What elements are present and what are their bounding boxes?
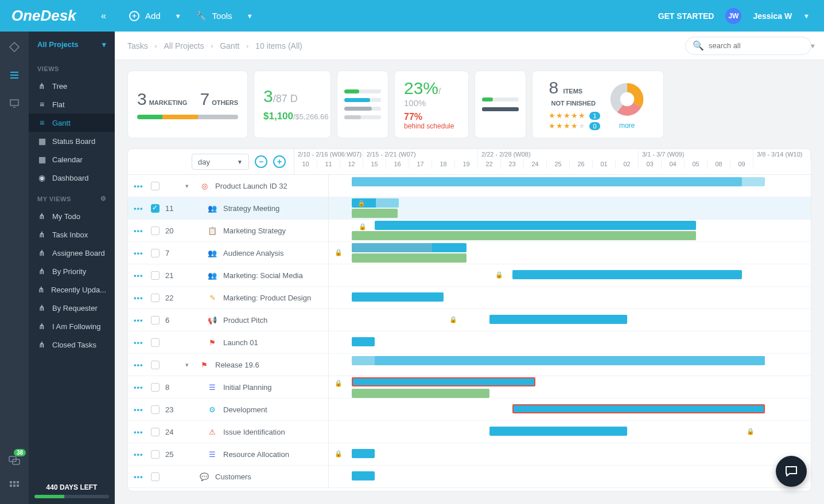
chevron-down-icon[interactable]: ▼ — [810, 42, 816, 49]
row-menu-btn[interactable]: ••• — [134, 338, 145, 347]
gantt-row[interactable]: ••• ⚑ Launch 01 — [128, 331, 811, 354]
row-menu-btn[interactable]: ••• — [134, 428, 145, 436]
gantt-bar[interactable] — [489, 427, 627, 436]
project-selector[interactable]: All Projects ▾ — [29, 32, 115, 57]
zoom-out-btn[interactable]: − — [255, 155, 267, 168]
row-checkbox[interactable] — [151, 428, 160, 436]
gantt-row[interactable]: ••• 22 ✎ Marketing: Product Design — [128, 287, 811, 309]
sidebar-item-recently-upda---[interactable]: ⋔Recently Upda... — [29, 280, 115, 299]
sidebar-item-gantt[interactable]: ≡Gantt — [29, 114, 115, 132]
sidebar-collapse-btn[interactable]: « — [101, 11, 106, 21]
row-checkbox[interactable] — [151, 204, 160, 213]
row-checkbox[interactable] — [151, 182, 160, 190]
sidebar-item-task-inbox[interactable]: ⋔Task Inbox — [29, 225, 115, 244]
row-menu-btn[interactable]: ••• — [134, 405, 145, 414]
row-checkbox[interactable] — [151, 383, 160, 392]
sidebar-item-assignee-board[interactable]: ⋔Assignee Board — [29, 244, 115, 262]
gantt-row[interactable]: ••• 7 👥 Audience Analysis🔒 — [128, 242, 811, 264]
expand-toggle[interactable]: ▾ — [185, 182, 193, 190]
sidebar-item-by-priority[interactable]: ⋔By Priority — [29, 262, 115, 280]
gantt-bar[interactable] — [352, 377, 535, 386]
gantt-bar[interactable] — [352, 389, 489, 398]
row-menu-btn[interactable]: ••• — [134, 472, 145, 481]
gantt-bar[interactable] — [512, 404, 765, 413]
gantt-bar[interactable] — [352, 292, 444, 302]
row-checkbox[interactable] — [151, 294, 160, 302]
gantt-bar[interactable] — [352, 253, 467, 263]
sidebar-item-closed-tasks[interactable]: ⋔Closed Tasks — [29, 335, 115, 354]
gantt-bar[interactable] — [352, 471, 375, 480]
gantt-row[interactable]: ••• 24 ⚠ Issue Identification🔒 — [128, 421, 811, 443]
gantt-row[interactable]: ••• ▾ ⚑ Release 19.6 — [128, 354, 811, 376]
sidebar-item-flat[interactable]: ≡Flat — [29, 95, 115, 114]
gantt-bar[interactable] — [512, 270, 742, 279]
row-menu-btn[interactable]: ••• — [134, 450, 145, 459]
chevron-down-icon[interactable]: ▼ — [803, 13, 810, 19]
gantt-bar[interactable] — [352, 231, 696, 240]
tools-button[interactable]: 🔧 Tools ▼ — [196, 11, 253, 21]
row-menu-btn[interactable]: ••• — [134, 249, 145, 257]
sidebar-item-calendar[interactable]: ▦Calendar — [29, 150, 115, 169]
row-menu-btn[interactable]: ••• — [134, 316, 145, 325]
row-checkbox[interactable] — [151, 249, 160, 257]
row-checkbox[interactable] — [151, 271, 160, 280]
row-checkbox[interactable] — [151, 405, 160, 414]
row-menu-btn[interactable]: ••• — [134, 383, 145, 392]
row-menu-btn[interactable]: ••• — [134, 226, 145, 235]
gantt-bar[interactable] — [352, 177, 765, 186]
row-menu-btn[interactable]: ••• — [134, 294, 145, 302]
row-menu-btn[interactable]: ••• — [134, 204, 145, 213]
row-checkbox[interactable] — [151, 361, 160, 369]
rail-screen-icon[interactable] — [7, 96, 21, 110]
gantt-bar[interactable] — [352, 209, 398, 218]
expand-toggle[interactable]: ▾ — [185, 361, 193, 369]
row-checkbox[interactable] — [151, 450, 160, 459]
search-input[interactable] — [709, 41, 805, 50]
gantt-row[interactable]: ••• 💬 Customers — [128, 466, 811, 488]
sidebar-item-i-am-following[interactable]: ⋔I Am Following — [29, 317, 115, 335]
gantt-bar[interactable] — [375, 221, 696, 230]
settings-icon[interactable]: ⚙ — [100, 195, 107, 202]
gantt-bar[interactable] — [352, 337, 375, 346]
gantt-row[interactable]: ••• 20 📋 Marketing Strategy🔒 — [128, 220, 811, 242]
row-checkbox[interactable] — [151, 226, 160, 235]
breadcrumb-item[interactable]: Gantt — [220, 41, 239, 50]
scale-select[interactable]: day▼ — [192, 154, 249, 170]
sidebar-item-status-board[interactable]: ▦Status Board — [29, 132, 115, 150]
rail-apps-icon[interactable] — [7, 479, 21, 493]
gantt-row[interactable]: ••• ▾ ◎ Product Launch ID 32 — [128, 175, 811, 197]
gantt-row[interactable]: ••• 23 ⚙ Development — [128, 398, 811, 421]
zoom-in-btn[interactable]: + — [273, 155, 286, 168]
row-menu-btn[interactable]: ••• — [134, 182, 145, 190]
breadcrumb-item[interactable]: Tasks — [127, 41, 148, 50]
sidebar-item-dashboard[interactable]: ◉Dashboard — [29, 169, 115, 187]
sidebar-item-my-todo[interactable]: ⋔My Todo — [29, 207, 115, 225]
breadcrumb-item[interactable]: All Projects — [164, 41, 204, 50]
sidebar-item-tree[interactable]: ⋔Tree — [29, 77, 115, 95]
rail-list-icon[interactable] — [7, 68, 21, 82]
gantt-row[interactable]: ••• 21 👥 Marketing: Social Media🔒 — [128, 264, 811, 287]
gantt-bar[interactable] — [489, 315, 627, 324]
rail-diamond-icon[interactable] — [7, 40, 21, 54]
row-menu-btn[interactable]: ••• — [134, 361, 145, 369]
gantt-row[interactable]: ••• 8 ☰ Initial Planning🔒 — [128, 376, 811, 398]
sidebar-item-by-requester[interactable]: ⋔By Requester — [29, 299, 115, 317]
more-link[interactable]: more — [607, 122, 647, 130]
row-checkbox[interactable] — [151, 316, 160, 325]
add-button[interactable]: + Add ▼ — [129, 11, 181, 21]
chat-button[interactable] — [776, 456, 807, 487]
gantt-bar[interactable] — [352, 449, 375, 458]
row-menu-btn[interactable]: ••• — [134, 271, 145, 280]
gantt-row[interactable]: ••• 25 ☰ Resource Allocation🔒 — [128, 443, 811, 466]
gantt-body[interactable]: ••• ▾ ◎ Product Launch ID 32••• 11 👥 Str… — [128, 175, 811, 491]
username[interactable]: Jessica W — [753, 11, 792, 21]
gantt-bar[interactable] — [376, 198, 399, 208]
gantt-row[interactable]: ••• 6 📢 Product Pitch🔒 — [128, 309, 811, 331]
search-box[interactable]: 🔍 ▼ — [685, 37, 811, 55]
gantt-row[interactable]: ••• 11 👥 Strategy Meeting🔒 — [128, 197, 811, 220]
rail-messages-icon[interactable]: 38 — [7, 454, 21, 467]
row-checkbox[interactable] — [151, 338, 160, 347]
avatar[interactable]: JW — [725, 8, 741, 24]
get-started-link[interactable]: GET STARTED — [658, 11, 714, 21]
row-checkbox[interactable] — [151, 472, 160, 481]
